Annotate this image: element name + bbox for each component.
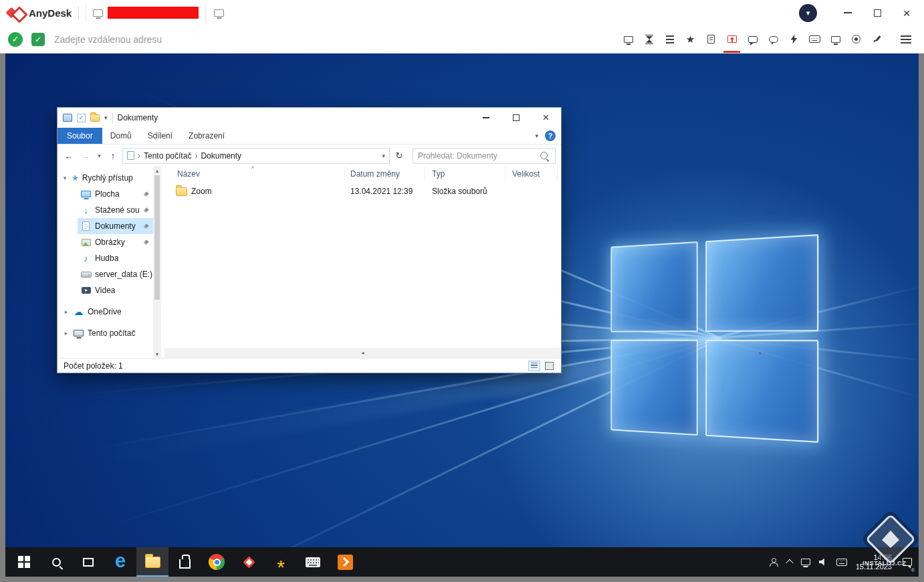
search-input[interactable] — [418, 151, 540, 161]
toolbar-record-button[interactable] — [846, 25, 867, 53]
sidebar-item-plocha[interactable]: Plocha — [57, 186, 153, 202]
toolbar-file-transfer-button[interactable] — [721, 25, 742, 53]
toolbar-hourglass-button[interactable] — [639, 25, 659, 53]
toolbar-favorites-button[interactable]: ★ — [680, 25, 701, 53]
taskbar-search-button[interactable] — [40, 547, 72, 577]
taskbar-file-explorer[interactable] — [136, 547, 168, 577]
address-dropdown-icon[interactable]: ▾ — [382, 153, 385, 159]
scrollbar-thumb[interactable] — [154, 175, 160, 300]
scroll-down-icon[interactable] — [153, 350, 161, 358]
taskbar-chrome[interactable] — [201, 547, 233, 577]
toolbar-whiteboard-button[interactable] — [867, 25, 887, 53]
sidebar-scrollbar[interactable] — [153, 167, 161, 358]
toolbar-session-list-button[interactable] — [659, 25, 680, 53]
breadcrumb-tento-pocitac[interactable]: Tento počítač — [144, 151, 191, 161]
help-icon[interactable]: ? — [545, 130, 556, 141]
toolbar-actions-button[interactable] — [784, 25, 804, 53]
breadcrumb-dokumenty[interactable]: Dokumenty — [201, 151, 241, 161]
installuj-watermark: INSTALUJ.CZ ® — [854, 514, 917, 575]
touch-keyboard-icon[interactable] — [836, 559, 847, 566]
drive-icon — [81, 272, 92, 278]
lightning-icon — [791, 35, 798, 44]
tab-soubor[interactable]: Soubor — [57, 128, 102, 144]
chevron-right-icon[interactable]: ▸ — [63, 330, 70, 336]
scroll-up-icon[interactable] — [153, 167, 161, 175]
sidebar-item-stazene[interactable]: ↓ Stažené soub — [57, 202, 153, 218]
maximize-button[interactable] — [871, 6, 884, 19]
back-button[interactable]: ← — [62, 149, 76, 163]
computer-icon — [74, 330, 84, 336]
tab-sdileni[interactable]: Sdílení — [140, 128, 181, 144]
icons-view-button[interactable] — [543, 361, 555, 371]
sidebar-item-obrazky[interactable]: Obrázky — [57, 234, 153, 250]
minimize-button[interactable] — [471, 108, 501, 128]
edge-icon: e — [115, 551, 126, 571]
horizontal-scrollbar[interactable] — [164, 348, 561, 358]
remote-address-input[interactable] — [54, 34, 618, 45]
chevron-down-icon[interactable]: ▾ — [62, 175, 68, 181]
taskbar-anydesk[interactable] — [233, 547, 265, 577]
taskbar-launcher-app[interactable] — [329, 547, 361, 577]
up-button[interactable]: ↑ — [106, 149, 120, 163]
accept-session-icon[interactable]: ✓ — [31, 33, 45, 46]
column-nazev[interactable]: ^ Název — [161, 167, 345, 181]
toolbar-monitor-button[interactable] — [825, 25, 846, 53]
anydesk-titlebar: AnyDesk ▾ × — [0, 0, 924, 25]
people-icon[interactable] — [769, 558, 778, 567]
tab-domu[interactable]: Domů — [102, 128, 140, 144]
maximize-button[interactable] — [501, 108, 531, 128]
toolbar-chat-button[interactable] — [742, 25, 763, 53]
qat-customize-icon[interactable]: ▾ — [104, 114, 108, 121]
close-button[interactable]: × — [531, 108, 561, 128]
volume-icon[interactable] — [819, 559, 828, 566]
refresh-icon[interactable]: ↻ — [392, 149, 407, 163]
taskbar-store[interactable] — [168, 547, 201, 577]
start-button[interactable] — [8, 547, 40, 577]
details-view-button[interactable] — [528, 361, 540, 371]
minimize-button[interactable] — [841, 6, 854, 19]
file-explorer-icon — [145, 557, 160, 568]
session-tab[interactable] — [86, 3, 206, 22]
toolbar-menu-button[interactable] — [895, 25, 916, 53]
new-session-button[interactable] — [214, 9, 224, 17]
sidebar-quick-access[interactable]: ▾ ★ Rychlý přístup — [57, 170, 153, 186]
account-menu-button[interactable]: ▾ — [799, 4, 817, 22]
recent-locations-icon[interactable]: ▾ — [95, 149, 104, 163]
toolbar-display-settings-button[interactable] — [618, 25, 639, 53]
taskbar-asterisk-app[interactable]: * — [265, 547, 297, 577]
pictures-icon — [82, 239, 91, 246]
taskbar-edge[interactable]: e — [104, 547, 136, 577]
toolbar-comments-button[interactable] — [763, 25, 784, 53]
sidebar-item-onedrive[interactable]: ▸ ☁ OneDrive — [57, 304, 153, 320]
column-velikost[interactable]: Velikost — [505, 167, 558, 181]
search-box[interactable] — [413, 148, 556, 164]
scroll-right-icon[interactable] — [562, 349, 919, 357]
file-row-zoom[interactable]: Zoom 13.04.2021 12:39 Složka souborů — [161, 184, 561, 199]
sidebar-item-tento-pocitac[interactable]: ▸ Tento počítač — [57, 325, 153, 341]
explorer-titlebar[interactable]: ✓ ▾ Dokumenty × — [57, 108, 561, 128]
sidebar-item-hudba[interactable]: ♪ Hudba — [57, 250, 153, 266]
ribbon-expand-icon[interactable]: ▾ — [535, 132, 538, 139]
forward-button[interactable]: → — [78, 149, 93, 163]
sidebar-item-dokumenty[interactable]: Dokumenty — [57, 218, 153, 234]
windows-logo-pane — [610, 241, 697, 332]
tray-expand-icon[interactable] — [786, 559, 793, 567]
toolbar-keyboard-button[interactable] — [804, 25, 825, 53]
sidebar-item-videa[interactable]: Videa — [57, 282, 153, 298]
qat-new-folder-icon[interactable] — [90, 114, 100, 122]
chevron-right-icon[interactable]: ▸ — [63, 308, 70, 315]
scroll-left-icon[interactable] — [164, 349, 561, 357]
toolbar-file-manager-button[interactable] — [701, 25, 721, 53]
close-button[interactable]: × — [900, 6, 913, 19]
tab-zobrazeni[interactable]: Zobrazení — [181, 128, 233, 144]
qat-properties-icon[interactable]: ✓ — [77, 114, 86, 122]
sidebar-item-server-data[interactable]: server_data (E:) — [57, 266, 153, 282]
search-icon — [52, 558, 61, 567]
column-typ[interactable]: Typ — [425, 167, 505, 181]
taskbar-keyboard-app[interactable] — [297, 547, 329, 577]
address-bar[interactable]: Tento počítač Dokumenty ▾ — [122, 148, 390, 164]
task-view-button[interactable] — [72, 547, 104, 577]
column-datum-zmeny[interactable]: Datum změny — [345, 167, 425, 181]
network-icon[interactable] — [801, 559, 810, 565]
anydesk-logo-icon — [7, 6, 24, 19]
